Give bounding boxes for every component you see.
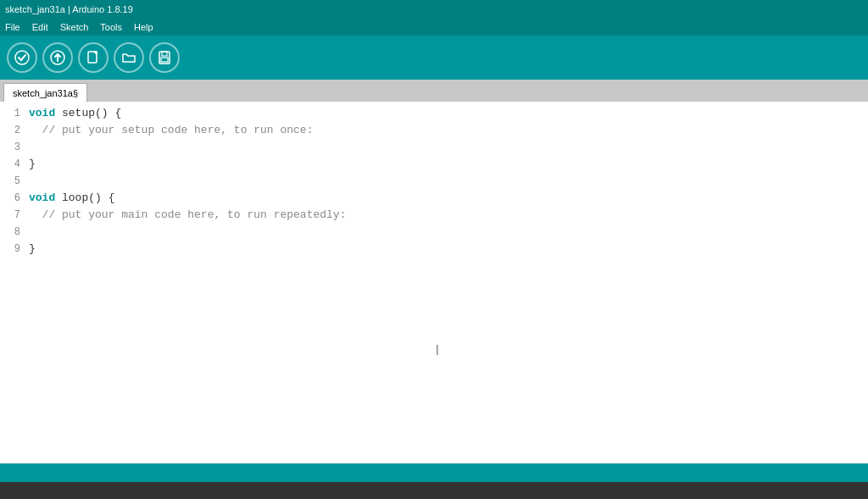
line-num-3: 3	[7, 139, 20, 156]
line-num-6: 6	[7, 190, 20, 207]
code-line-5: 5	[0, 173, 868, 190]
code-line-3: 3	[0, 139, 868, 156]
code-line-9: 9 }	[0, 241, 868, 258]
line-content-4: }	[29, 156, 36, 173]
line-content-9: }	[29, 241, 36, 258]
menu-help[interactable]: Help	[134, 22, 153, 32]
tab-label: sketch_jan31a§	[13, 88, 78, 98]
line-content-2: // put your setup code here, to run once…	[29, 122, 313, 139]
menu-bar: File Edit Sketch Tools Help	[0, 19, 868, 36]
upload-button[interactable]	[42, 42, 73, 73]
line-content-1: void setup() {	[29, 105, 121, 122]
sketch-tab[interactable]: sketch_jan31a§	[3, 83, 87, 102]
svg-point-0	[15, 51, 29, 64]
menu-sketch[interactable]: Sketch	[60, 22, 89, 32]
new-button[interactable]	[78, 42, 108, 73]
code-line-1: 1 void setup() {	[0, 105, 868, 122]
editor[interactable]: 1 void setup() { 2 // put your setup cod…	[0, 102, 868, 463]
line-num-9: 9	[7, 241, 20, 258]
line-num-4: 4	[7, 156, 20, 173]
verify-button[interactable]	[7, 42, 37, 73]
line-num-8: 8	[7, 224, 20, 241]
status-bar	[0, 463, 868, 482]
code-line-8: 8	[0, 224, 868, 241]
line-num-1: 1	[7, 105, 20, 122]
open-button[interactable]	[114, 42, 144, 73]
text-cursor: |	[434, 343, 441, 356]
code-line-7: 7 // put your main code here, to run rep…	[0, 207, 868, 224]
line-content-6: void loop() {	[29, 190, 114, 207]
menu-edit[interactable]: Edit	[32, 22, 48, 32]
menu-tools[interactable]: Tools	[100, 22, 122, 32]
line-num-5: 5	[7, 173, 20, 190]
bottom-bar	[0, 482, 868, 499]
menu-file[interactable]: File	[5, 22, 20, 32]
window-title: sketch_jan31a | Arduino 1.8.19	[5, 4, 133, 14]
svg-rect-7	[161, 58, 168, 62]
save-button[interactable]	[149, 42, 180, 73]
line-num-7: 7	[7, 207, 20, 224]
code-line-2: 2 // put your setup code here, to run on…	[0, 122, 868, 139]
line-num-2: 2	[7, 122, 20, 139]
toolbar	[0, 36, 868, 80]
code-editor[interactable]: 1 void setup() { 2 // put your setup cod…	[0, 105, 868, 258]
code-line-4: 4 }	[0, 156, 868, 173]
line-content-7: // put your main code here, to run repea…	[29, 207, 346, 224]
code-line-6: 6 void loop() {	[0, 190, 868, 207]
tab-bar: sketch_jan31a§	[0, 80, 868, 102]
title-bar: sketch_jan31a | Arduino 1.8.19	[0, 0, 868, 19]
